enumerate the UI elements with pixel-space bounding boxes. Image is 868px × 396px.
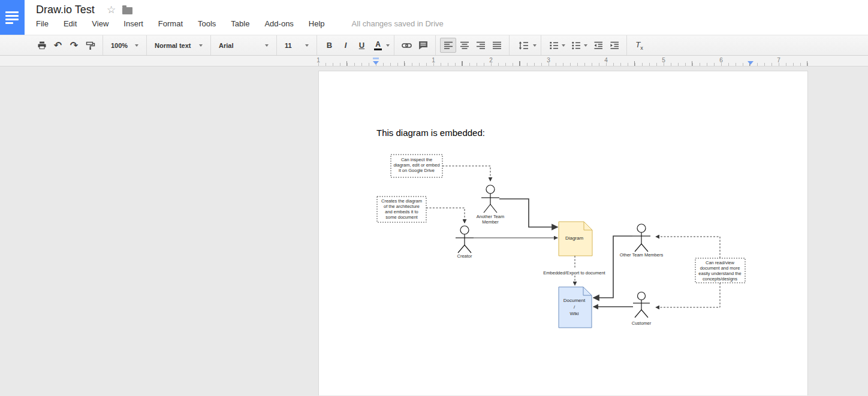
toolbar-separator xyxy=(394,35,394,55)
bulleted-list-chevron-icon[interactable] xyxy=(584,44,587,47)
align-right-button[interactable] xyxy=(472,38,489,53)
document-title[interactable]: Draw.io Test xyxy=(36,4,95,16)
document-heading-text[interactable]: This diagram is embedded: xyxy=(376,128,485,138)
align-center-button[interactable] xyxy=(456,38,472,53)
toolbar-separator xyxy=(146,35,147,55)
print-button[interactable] xyxy=(34,38,50,53)
paint-roller-icon xyxy=(86,41,95,50)
text-color-swatch xyxy=(374,49,382,50)
menu-help[interactable]: Help xyxy=(309,19,325,28)
svg-text:Creates the diagram: Creates the diagram xyxy=(381,198,422,204)
font-value: Arial xyxy=(219,42,233,49)
bold-button[interactable]: B xyxy=(321,38,337,53)
toolbar-separator xyxy=(276,35,277,55)
actor-another-label2: Member xyxy=(482,219,499,225)
bulleted-list-icon xyxy=(571,41,581,50)
text-color-button[interactable]: A xyxy=(370,38,386,53)
line-spacing-button[interactable] xyxy=(514,38,533,53)
note-inspect: Can inspect the diagram, edit or embed i… xyxy=(391,155,442,177)
underline-button[interactable]: U xyxy=(354,38,370,53)
menu-tools[interactable]: Tools xyxy=(198,19,216,28)
chevron-down-icon xyxy=(305,44,309,47)
redo-button[interactable]: ↷ xyxy=(66,38,82,53)
star-icon[interactable]: ☆ xyxy=(107,4,116,16)
italic-button[interactable]: I xyxy=(337,38,354,53)
document-page[interactable]: This diagram is embedded: Can inspect th… xyxy=(318,71,808,395)
ruler-number: 4 xyxy=(604,57,608,64)
svg-text:of the architecture: of the architecture xyxy=(384,204,420,209)
insert-comment-button[interactable] xyxy=(415,38,431,53)
ruler[interactable]: 1 1 2 3 4 5 6 7 xyxy=(0,56,868,66)
svg-text:Diagram: Diagram xyxy=(565,235,584,241)
svg-text:easily understand the: easily understand the xyxy=(698,271,741,276)
svg-text:concepts/designs: concepts/designs xyxy=(703,276,737,282)
clear-formatting-icon: Tx xyxy=(635,40,643,51)
ruler-number: 6 xyxy=(719,57,724,64)
edge-label-embedded-export: Embedded/Export to document xyxy=(543,270,605,276)
menu-file[interactable]: File xyxy=(36,19,49,28)
save-status: All changes saved in Drive xyxy=(352,19,444,28)
ruler-number: 2 xyxy=(489,57,493,64)
menu-table[interactable]: Table xyxy=(231,19,249,28)
clear-formatting-button[interactable]: Tx xyxy=(631,38,647,53)
font-size-select[interactable]: 11 xyxy=(281,38,312,53)
svg-text:Document: Document xyxy=(563,298,586,303)
undo-icon: ↶ xyxy=(54,41,62,50)
logo-bar xyxy=(5,22,13,24)
toolbar-separator xyxy=(103,35,103,55)
connector-another-to-diagram xyxy=(499,199,557,227)
right-indent-marker[interactable] xyxy=(748,61,754,65)
embedded-drawio-diagram[interactable]: Can inspect the diagram, edit or embed i… xyxy=(369,150,756,338)
paragraph-style-select[interactable]: Normal text xyxy=(151,38,206,53)
line-spacing-icon xyxy=(519,41,529,50)
align-justify-icon xyxy=(492,41,502,50)
undo-button[interactable]: ↶ xyxy=(50,38,66,53)
paint-format-button[interactable] xyxy=(82,38,98,53)
toolbar-separator xyxy=(210,35,211,55)
folder-icon[interactable] xyxy=(122,7,132,14)
numbered-list-chevron-icon[interactable] xyxy=(562,44,565,47)
text-color-letter: A xyxy=(375,41,381,48)
link-icon xyxy=(402,42,412,49)
line-spacing-chevron-icon[interactable] xyxy=(533,44,537,47)
ruler-scale: 1 1 2 3 4 5 6 7 xyxy=(318,56,808,66)
note-read-view: Can read/view document and more easily u… xyxy=(695,258,745,283)
toolbar-separator xyxy=(509,35,510,55)
svg-text:Can read/view: Can read/view xyxy=(706,260,735,265)
toolbar-separator xyxy=(541,35,541,55)
zoom-select[interactable]: 100% xyxy=(107,38,142,53)
redo-icon: ↷ xyxy=(70,41,78,50)
font-select[interactable]: Arial xyxy=(215,38,272,53)
paragraph-style-value: Normal text xyxy=(155,42,191,49)
toolbar: ↶ ↷ 100% Normal text Arial 11 B I U xyxy=(0,35,868,56)
first-line-indent-marker[interactable] xyxy=(373,58,379,59)
underline-icon: U xyxy=(359,41,364,50)
increase-indent-button[interactable] xyxy=(606,38,622,53)
connector-others-to-document xyxy=(593,236,632,298)
menubar: File Edit View Insert Format Tools Table… xyxy=(36,19,444,28)
insert-link-button[interactable] xyxy=(399,38,415,53)
align-justify-button[interactable] xyxy=(489,38,505,53)
menu-format[interactable]: Format xyxy=(158,19,183,28)
menu-edit[interactable]: Edit xyxy=(64,19,77,28)
decrease-indent-icon xyxy=(593,41,603,50)
actor-customer-label: Customer xyxy=(632,321,652,326)
actor-creator-label: Creator xyxy=(457,253,472,259)
menu-view[interactable]: View xyxy=(92,19,108,28)
print-icon xyxy=(37,41,47,50)
italic-icon: I xyxy=(345,41,347,50)
shape-document-wiki-box: Document / Wiki xyxy=(559,287,592,328)
decrease-indent-button[interactable] xyxy=(590,38,606,53)
logo-bar xyxy=(5,19,19,20)
bulleted-list-button[interactable] xyxy=(568,38,584,53)
align-left-button[interactable] xyxy=(440,38,456,53)
align-left-icon xyxy=(444,41,453,50)
svg-text:Can inspect the: Can inspect the xyxy=(401,157,432,162)
text-color-chevron-icon[interactable] xyxy=(386,44,390,47)
connector-inspect-to-another xyxy=(442,166,490,181)
menu-addons[interactable]: Add-ons xyxy=(264,19,293,28)
menu-insert[interactable]: Insert xyxy=(123,19,143,28)
numbered-list-button[interactable] xyxy=(545,38,562,53)
docs-home-icon[interactable] xyxy=(0,0,25,35)
left-indent-marker[interactable] xyxy=(373,61,379,65)
